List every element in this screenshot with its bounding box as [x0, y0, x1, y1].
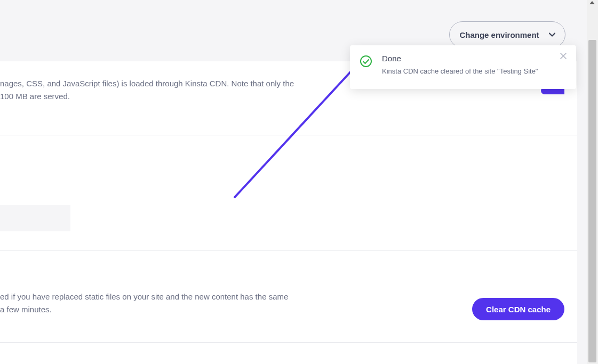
divider: [0, 250, 577, 251]
success-check-icon: [360, 55, 372, 70]
toast-message: Kinsta CDN cache cleared of the site "Te…: [382, 67, 567, 75]
clear-cdn-cache-button[interactable]: Clear CDN cache: [472, 298, 564, 320]
chevron-down-icon: [549, 31, 555, 38]
svg-point-2: [361, 56, 371, 67]
scrollbar-track[interactable]: [587, 0, 598, 364]
toast-body: Done Kinsta CDN cache cleared of the sit…: [382, 54, 567, 75]
content-panel: nages, CSS, and JavaScript files) is loa…: [0, 61, 577, 364]
viewport: Change environment nages, CSS, and JavaS…: [0, 0, 587, 364]
change-environment-button[interactable]: Change environment: [449, 21, 565, 48]
toast-notification: Done Kinsta CDN cache cleared of the sit…: [350, 45, 576, 89]
scroll-up-arrow-icon[interactable]: [589, 1, 595, 4]
scrollbar-thumb[interactable]: [588, 40, 596, 362]
toast-title: Done: [382, 54, 567, 63]
change-environment-label: Change environment: [459, 30, 539, 39]
description-text-line-2: 100 MB are served.: [0, 90, 561, 103]
close-icon[interactable]: [560, 52, 569, 60]
input-field-stub[interactable]: [0, 205, 70, 231]
divider: [0, 342, 577, 343]
